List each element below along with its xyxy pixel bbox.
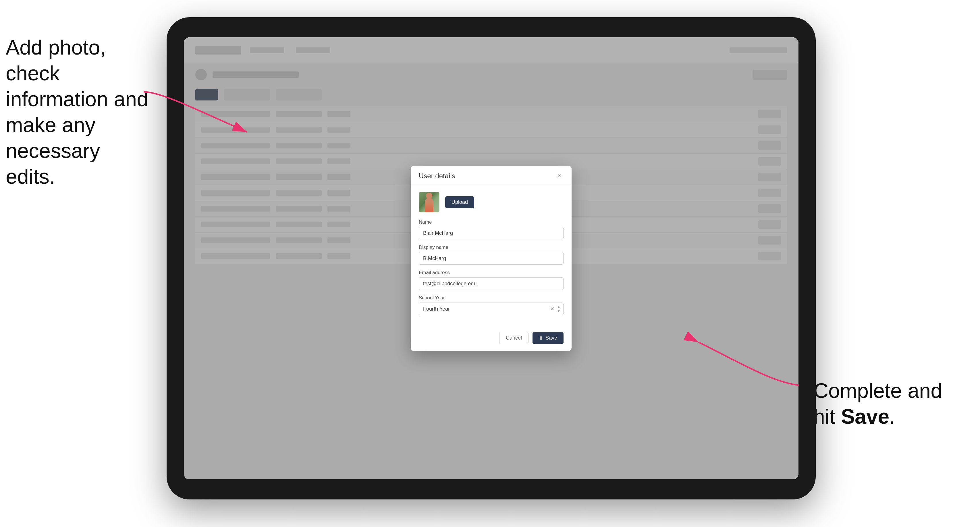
annotation-left-text: Add photo, check information and make an…	[6, 36, 148, 188]
arrow-left	[138, 86, 276, 144]
modal-body: Upload Name Display name	[411, 185, 571, 327]
school-year-controls: ✕ ▲ ▼	[550, 305, 561, 313]
person-silhouette	[425, 198, 433, 212]
modal-overlay: User details ×	[184, 37, 799, 479]
annotation-right-bold: Save	[841, 405, 889, 428]
name-label: Name	[419, 219, 563, 225]
modal-header: User details ×	[411, 166, 571, 185]
school-year-wrapper: ✕ ▲ ▼	[419, 303, 563, 315]
close-icon: ×	[558, 172, 562, 180]
app-background: User details ×	[184, 37, 799, 479]
school-year-input[interactable]	[419, 303, 563, 315]
name-input[interactable]	[419, 227, 563, 240]
cancel-button[interactable]: Cancel	[499, 332, 528, 344]
annotation-right-line1: Complete and	[813, 379, 942, 402]
save-icon: ⬆	[539, 335, 543, 341]
clear-school-year-button[interactable]: ✕	[550, 306, 554, 312]
upload-button[interactable]: Upload	[445, 196, 474, 208]
display-name-input[interactable]	[419, 252, 563, 265]
profile-image	[419, 192, 439, 212]
save-button[interactable]: ⬆ Save	[533, 332, 563, 344]
tablet-screen: User details ×	[184, 37, 799, 479]
school-year-spinner[interactable]: ▲ ▼	[557, 305, 561, 313]
display-name-field-group: Display name	[419, 244, 563, 265]
email-label: Email address	[419, 270, 563, 276]
arrow-right	[687, 331, 802, 389]
annotation-right-end: .	[889, 405, 895, 428]
save-label: Save	[546, 335, 557, 341]
name-field-group: Name	[419, 219, 563, 240]
user-details-modal: User details ×	[411, 166, 571, 351]
display-name-label: Display name	[419, 244, 563, 250]
photo-preview	[419, 192, 439, 213]
school-year-label: School Year	[419, 295, 563, 301]
modal-title: User details	[419, 172, 455, 180]
modal-footer: Cancel ⬆ Save	[411, 327, 571, 351]
email-field-group: Email address	[419, 270, 563, 290]
email-input[interactable]	[419, 277, 563, 290]
modal-close-button[interactable]: ×	[555, 172, 563, 180]
annotation-right-line2: hit	[813, 405, 841, 428]
annotation-right: Complete and hit Save.	[813, 378, 963, 429]
annotation-left: Add photo, check information and make an…	[6, 35, 155, 189]
photo-section: Upload	[419, 192, 563, 213]
school-year-field-group: School Year ✕ ▲ ▼	[419, 295, 563, 315]
